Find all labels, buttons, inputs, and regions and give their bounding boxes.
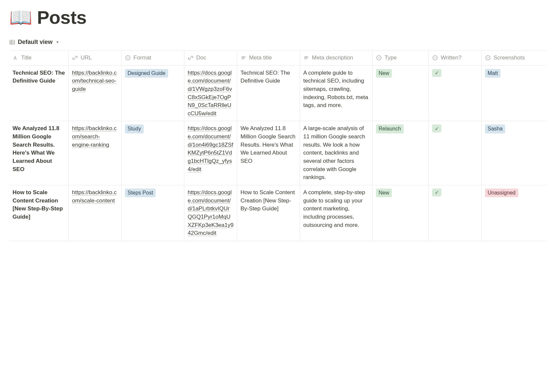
view-switcher[interactable]: Default view: [9, 37, 60, 47]
cell-meta-description[interactable]: A complete guide to technical SEO, inclu…: [300, 66, 373, 121]
cell-format[interactable]: Steps Post: [122, 185, 184, 241]
column-label: URL: [81, 54, 92, 62]
cell-type[interactable]: New: [373, 66, 429, 121]
svg-rect-0: [10, 40, 15, 44]
column-label: Screenshots: [494, 54, 525, 62]
table-row[interactable]: How to Scale Content Creation [New Step-…: [9, 185, 547, 241]
cell-screenshots[interactable]: Matt: [482, 66, 544, 121]
cell-title[interactable]: How to Scale Content Creation [New Step-…: [9, 185, 69, 241]
cell-meta-title[interactable]: We Analyzed 11.8 Million Google Search R…: [237, 121, 300, 185]
cell-url[interactable]: https://backlinko.com/search-engine-rank…: [69, 121, 122, 185]
format-tag[interactable]: Designed Guide: [125, 69, 168, 78]
column-label: Meta title: [249, 54, 272, 62]
column-header-meta-title[interactable]: Meta title: [237, 51, 300, 65]
page-root: 📖 Posts Default view Title: [0, 0, 556, 248]
title-text: We Analyzed 11.8 Million Google Search R…: [13, 125, 59, 172]
doc-text[interactable]: https://docs.google.com/document/d/1aPLr…: [188, 189, 234, 236]
page-title[interactable]: Posts: [37, 7, 87, 28]
cell-doc[interactable]: https://docs.google.com/document/d/1on4i…: [184, 121, 237, 185]
cell-title[interactable]: Technical SEO: The Definitive Guide: [9, 66, 69, 121]
column-header-title[interactable]: Title: [9, 51, 69, 65]
chevron-down-icon: [55, 40, 60, 45]
select-prop-icon: [485, 55, 491, 61]
screenshots-tag[interactable]: Sasha: [485, 125, 505, 133]
text-prop-icon: [241, 55, 246, 61]
url-text[interactable]: https://backlinko.com/search-engine-rank…: [72, 125, 117, 148]
cell-meta-title[interactable]: Technical SEO: The Definitive Guide: [237, 66, 300, 121]
page-icon[interactable]: 📖: [9, 8, 32, 27]
cell-written[interactable]: ✓: [429, 66, 482, 121]
title-text: How to Scale Content Creation [New Step-…: [13, 189, 63, 220]
meta-title-text: How to Scale Content Creation [New Step-…: [241, 189, 295, 212]
cell-url[interactable]: https://backlinko.com/technical-seo-guid…: [69, 66, 122, 121]
page-header: 📖 Posts: [9, 7, 547, 28]
meta-description-text: A complete, step-by-step guide to scalin…: [303, 189, 365, 228]
meta-description-text: A large-scale analysis of 11 million Goo…: [303, 125, 365, 180]
cell-format[interactable]: Designed Guide: [122, 66, 184, 121]
doc-text[interactable]: https://docs.google.com/document/d/1on4i…: [188, 125, 233, 172]
cell-type[interactable]: New: [373, 185, 429, 241]
column-label: Meta description: [312, 54, 353, 62]
database-table: Title URL Format Doc: [9, 50, 547, 241]
column-header-type[interactable]: Type: [373, 51, 429, 65]
column-header-format[interactable]: Format: [122, 51, 184, 65]
cell-meta-title[interactable]: How to Scale Content Creation [New Step-…: [237, 185, 300, 241]
cell-url[interactable]: https://backlinko.com/scale-content: [69, 185, 122, 241]
cell-screenshots[interactable]: Unassigned: [482, 185, 544, 241]
cell-doc[interactable]: https://docs.google.com/document/d/1aPLr…: [184, 185, 237, 241]
link-icon: [188, 55, 194, 61]
screenshots-tag[interactable]: Matt: [485, 69, 500, 78]
url-text[interactable]: https://backlinko.com/scale-content: [72, 189, 117, 204]
cell-screenshots[interactable]: Sasha: [482, 121, 544, 185]
table-header-row: Title URL Format Doc: [9, 51, 547, 66]
table-icon: [9, 39, 15, 45]
table-row[interactable]: We Analyzed 11.8 Million Google Search R…: [9, 121, 547, 185]
column-label: Written?: [441, 54, 462, 62]
column-label: Doc: [196, 54, 206, 62]
cell-title[interactable]: We Analyzed 11.8 Million Google Search R…: [9, 121, 69, 185]
type-tag[interactable]: Relaunch: [376, 125, 404, 133]
text-prop-icon: [303, 55, 309, 61]
cell-type[interactable]: Relaunch: [373, 121, 429, 185]
cell-meta-description[interactable]: A large-scale analysis of 11 million Goo…: [300, 121, 373, 185]
cell-written[interactable]: ✓: [429, 121, 482, 185]
column-header-doc[interactable]: Doc: [184, 51, 237, 65]
meta-title-text: We Analyzed 11.8 Million Google Search R…: [241, 125, 295, 164]
written-check-icon[interactable]: ✓: [432, 69, 441, 77]
cell-doc[interactable]: https://docs.google.com/document/d/1VWgz…: [184, 66, 237, 121]
url-text[interactable]: https://backlinko.com/technical-seo-guid…: [72, 70, 117, 92]
column-header-screenshots[interactable]: Screenshots: [482, 51, 544, 65]
cell-format[interactable]: Study: [122, 121, 184, 185]
select-prop-icon: [432, 55, 438, 61]
column-label: Format: [133, 54, 151, 62]
type-tag[interactable]: New: [376, 69, 392, 78]
type-tag[interactable]: New: [376, 189, 392, 197]
written-check-icon[interactable]: ✓: [432, 125, 441, 132]
column-header-written[interactable]: Written?: [429, 51, 482, 65]
title-text: Technical SEO: The Definitive Guide: [13, 70, 65, 84]
select-prop-icon: [125, 55, 131, 61]
column-label: Type: [385, 54, 397, 62]
link-icon: [72, 55, 78, 61]
screenshots-tag[interactable]: Unassigned: [485, 189, 518, 197]
format-tag[interactable]: Study: [125, 125, 144, 133]
title-prop-icon: [13, 55, 19, 61]
cell-meta-description[interactable]: A complete, step-by-step guide to scalin…: [300, 185, 373, 241]
table-row[interactable]: Technical SEO: The Definitive Guidehttps…: [9, 66, 547, 122]
meta-title-text: Technical SEO: The Definitive Guide: [241, 70, 290, 84]
column-header-meta-description[interactable]: Meta description: [300, 51, 373, 65]
format-tag[interactable]: Steps Post: [125, 189, 156, 197]
column-header-url[interactable]: URL: [69, 51, 122, 65]
column-label: Title: [21, 54, 32, 62]
meta-description-text: A complete guide to technical SEO, inclu…: [303, 70, 368, 109]
view-label: Default view: [18, 39, 53, 46]
cell-written[interactable]: ✓: [429, 185, 482, 241]
doc-text[interactable]: https://docs.google.com/document/d/1VWgz…: [188, 70, 232, 117]
written-check-icon[interactable]: ✓: [432, 189, 441, 196]
select-prop-icon: [376, 55, 382, 61]
